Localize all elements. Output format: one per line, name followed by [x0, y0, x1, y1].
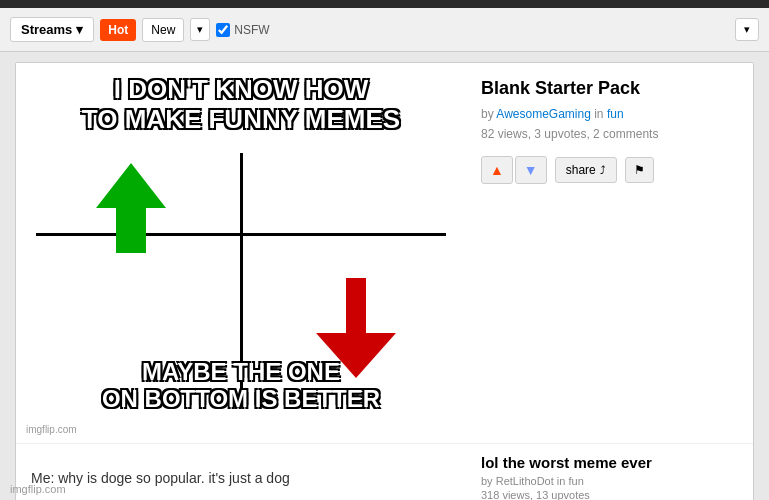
streams-label: Streams: [21, 22, 72, 37]
preview-stream: fun: [568, 475, 583, 487]
vote-group: ▲ ▼: [481, 156, 547, 184]
toolbar: Streams ▾ Hot New ▾ NSFW ▾: [0, 8, 769, 52]
downvote-button[interactable]: ▼: [515, 156, 547, 184]
post-meta: by AwesomeGaming in fun: [481, 107, 738, 121]
share-button[interactable]: share ⤴: [555, 157, 617, 183]
post-author: AwesomeGaming: [496, 107, 591, 121]
main-content: I DON'T KNOW HOWTO MAKE FUNNY MEMES MAYB…: [0, 52, 769, 500]
hot-label: Hot: [108, 23, 128, 37]
post-info-section: Blank Starter Pack by AwesomeGaming in f…: [466, 63, 753, 443]
preview-image-section: Me: why is doge so popular. it's just a …: [16, 460, 466, 496]
post-stats: 82 views, 3 upvotes, 2 comments: [481, 127, 738, 141]
right-dropdown-icon: ▾: [744, 23, 750, 35]
post-card-1: I DON'T KNOW HOWTO MAKE FUNNY MEMES MAYB…: [16, 63, 753, 444]
nsfw-toggle[interactable]: NSFW: [216, 23, 269, 37]
flag-icon: ⚑: [634, 163, 645, 177]
streams-dropdown-icon: ▾: [76, 22, 83, 37]
sort-dropdown-icon: ▾: [197, 23, 203, 35]
preview-title: lol the worst meme ever: [481, 454, 738, 471]
post-actions: ▲ ▼ share ⤴ ⚑: [481, 156, 738, 184]
imgflip-watermark: imgflip.com: [26, 424, 77, 435]
meme-container: I DON'T KNOW HOWTO MAKE FUNNY MEMES MAYB…: [16, 63, 466, 443]
post-author-link[interactable]: AwesomeGaming: [496, 107, 591, 121]
new-label: New: [151, 23, 175, 37]
meme-text-top: I DON'T KNOW HOWTO MAKE FUNNY MEMES: [26, 75, 456, 135]
svg-marker-0: [96, 163, 166, 253]
content-wrapper: I DON'T KNOW HOWTO MAKE FUNNY MEMES MAYB…: [15, 62, 754, 500]
preview-info-section: lol the worst meme ever by RetLithoDot i…: [466, 444, 753, 500]
new-button[interactable]: New: [142, 18, 184, 42]
green-up-arrow-icon: [96, 163, 166, 253]
right-dropdown-button[interactable]: ▾: [735, 18, 759, 41]
toolbar-spacer: ▾: [735, 18, 759, 41]
post-preview-row: Me: why is doge so popular. it's just a …: [16, 444, 753, 500]
share-icon: ⤴: [600, 164, 606, 176]
streams-button[interactable]: Streams ▾: [10, 17, 94, 42]
top-bar: [0, 0, 769, 8]
share-label: share: [566, 163, 596, 177]
page-watermark: imgflip.com: [10, 483, 66, 495]
hot-button[interactable]: Hot: [100, 19, 136, 41]
post-title: Blank Starter Pack: [481, 78, 738, 99]
sort-dropdown-button[interactable]: ▾: [190, 18, 210, 41]
meme-text-bottom: MAYBE THE ONEON BOTTOM IS BETTER: [26, 358, 456, 413]
preview-author: RetLithoDot: [496, 475, 554, 487]
upvote-button[interactable]: ▲: [481, 156, 513, 184]
preview-stats: 318 views, 13 upvotes: [481, 489, 738, 500]
preview-meta: by RetLithoDot in fun: [481, 475, 738, 487]
nsfw-text: NSFW: [234, 23, 269, 37]
post-stream-link[interactable]: fun: [607, 107, 624, 121]
post-stream: fun: [607, 107, 624, 121]
preview-meme-text: Me: why is doge so popular. it's just a …: [31, 470, 290, 486]
nsfw-checkbox[interactable]: [216, 23, 230, 37]
flag-button[interactable]: ⚑: [625, 157, 654, 183]
post-image-section: I DON'T KNOW HOWTO MAKE FUNNY MEMES MAYB…: [16, 63, 466, 443]
